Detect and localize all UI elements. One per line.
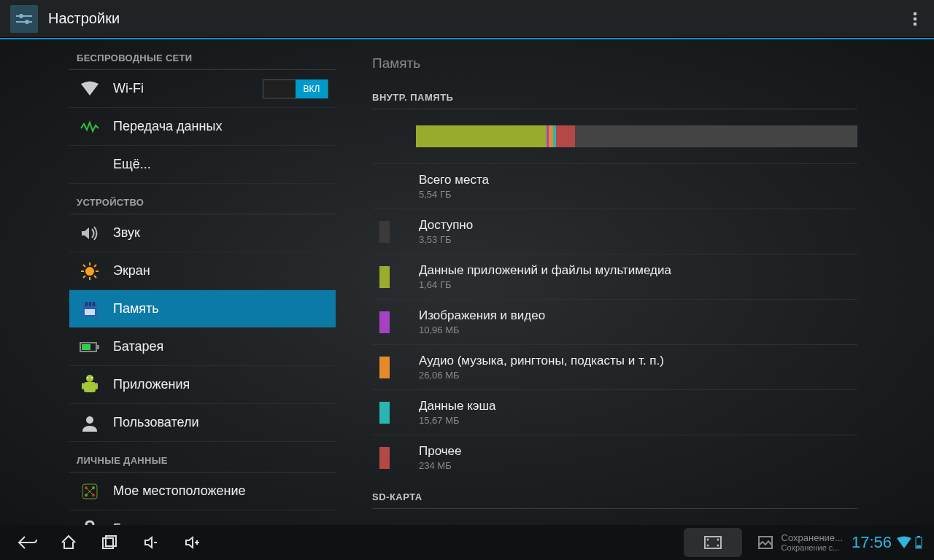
battery-icon [77,334,103,360]
color-swatch [379,266,390,288]
recent-apps-button[interactable] [89,525,130,560]
sidebar-item-label: Wi-Fi [113,81,263,96]
svg-rect-10 [85,302,88,306]
detail-title: Память [372,39,857,85]
wifi-icon [77,76,103,102]
overflow-menu-button[interactable] [906,10,924,28]
color-swatch [379,447,390,469]
storage-row[interactable]: Изображения и видео10,96 МБ [372,299,857,344]
svg-line-7 [94,265,96,267]
svg-point-17 [86,375,93,382]
svg-rect-15 [97,345,99,349]
sidebar-item-безопасность[interactable]: Безопасность [69,510,336,525]
storage-row-value: 26,06 МБ [419,370,664,381]
svg-line-8 [83,276,85,278]
sidebar-item-wi-fi[interactable]: Wi-FiВКЛ [69,70,336,108]
sound-icon [77,220,103,246]
sidebar-item-label: Батарея [113,339,328,354]
sidebar-item-пользователи[interactable]: Пользователи [69,404,336,442]
sidebar-item-label: Мое местоположение [113,483,328,499]
storage-row-title: Данные кэша [419,399,496,413]
svg-point-22 [91,377,93,378]
storage-row[interactable]: Всего места5,54 ГБ [372,163,857,209]
storage-row-title: Всего места [419,173,489,187]
svg-rect-12 [93,302,95,306]
storage-row[interactable]: Данные приложений и файлы мультимедиа1,6… [372,254,857,299]
sidebar-item-экран[interactable]: Экран [69,252,336,290]
storage-row-value: 10,96 МБ [419,324,545,335]
display-icon [77,258,103,284]
home-button[interactable] [48,525,89,560]
svg-rect-11 [89,302,91,306]
page-title: Настройки [48,10,906,27]
svg-rect-13 [85,309,95,315]
data-icon [77,114,103,140]
storage-row[interactable]: Доступно3,53 ГБ [372,209,857,254]
storage-row-value: 5,54 ГБ [419,189,489,200]
storage-segment [416,125,547,147]
sidebar-item-label: Звук [113,225,328,241]
settings-sidebar: Беспроводные сетиWi-FiВКЛПередача данных… [0,39,336,525]
navigation-bar: Сохранение... Сохранение с... 17:56 [0,525,934,560]
svg-point-21 [87,377,88,378]
wifi-status-icon [896,536,912,549]
sidebar-item-ещ-[interactable]: Ещё... [69,146,336,184]
sidebar-section-header: Личные данные [69,442,336,472]
svg-line-6 [94,276,96,278]
status-clock[interactable]: 17:56 [852,533,892,552]
svg-point-40 [706,545,709,547]
svg-line-5 [83,265,85,267]
internal-storage-header: ВНУТР. ПАМЯТЬ [372,85,857,109]
svg-rect-18 [84,382,96,392]
storage-row-value: 15,67 МБ [419,415,496,426]
image-icon [757,534,774,551]
storage-row[interactable]: Прочее234 МБ [372,435,857,480]
action-bar: Настройки [0,0,934,38]
sidebar-item-label: Память [113,301,328,316]
screenshot-button[interactable] [684,528,742,557]
notification-area[interactable]: Сохранение... Сохранение с... [757,532,843,553]
storage-usage-bar [416,125,857,147]
storage-icon [77,296,103,322]
none-icon [77,152,103,178]
detail-pane: Память ВНУТР. ПАМЯТЬ Всего места5,54 ГБД… [336,39,934,525]
sidebar-item-приложения[interactable]: Приложения [69,366,336,404]
volume-up-button[interactable] [171,525,212,560]
storage-row-value: 1,64 ГБ [419,279,671,290]
color-swatch [379,176,390,198]
main-content: Беспроводные сетиWi-FiВКЛПередача данных… [0,39,934,525]
svg-point-23 [86,416,93,424]
back-button[interactable] [7,525,48,560]
wifi-toggle[interactable]: ВКЛ [263,79,328,98]
color-swatch [379,402,390,424]
storage-row-title: Доступно [419,218,473,233]
users-icon [77,410,103,436]
storage-row-title: Данные приложений и файлы мультимедиа [419,263,671,278]
storage-segment [556,125,574,147]
security-icon [77,516,103,526]
notification-text: Сохранение... Сохранение с... [781,532,843,553]
storage-row[interactable]: Аудио (музыка, рингтоны, подкасты и т. п… [372,344,857,389]
battery-status-icon [915,536,922,549]
sidebar-item-память[interactable]: Память [69,290,336,328]
svg-point-0 [85,267,94,276]
volume-down-button[interactable] [130,525,171,560]
sidebar-item-label: Приложения [113,377,328,392]
sidebar-item-мое-местоположение[interactable]: Мое местоположение [69,472,336,510]
location-icon [77,478,103,505]
sd-card-header: SD-КАРТА [372,484,857,509]
svg-rect-16 [82,344,90,350]
sidebar-section-header: Устройство [69,184,336,214]
sidebar-item-батарея[interactable]: Батарея [69,328,336,366]
color-swatch [379,357,390,378]
svg-rect-20 [96,383,98,389]
settings-app-icon [10,5,38,33]
storage-row-value: 234 МБ [419,460,462,471]
storage-row-title: Прочее [419,444,462,459]
storage-row-title: Изображения и видео [419,308,545,323]
sidebar-item-передача-данных[interactable]: Передача данных [69,108,336,146]
svg-rect-45 [916,545,921,548]
storage-row[interactable]: Данные кэша15,67 МБ [372,389,857,435]
sidebar-item-звук[interactable]: Звук [69,214,336,252]
svg-rect-44 [917,536,920,537]
